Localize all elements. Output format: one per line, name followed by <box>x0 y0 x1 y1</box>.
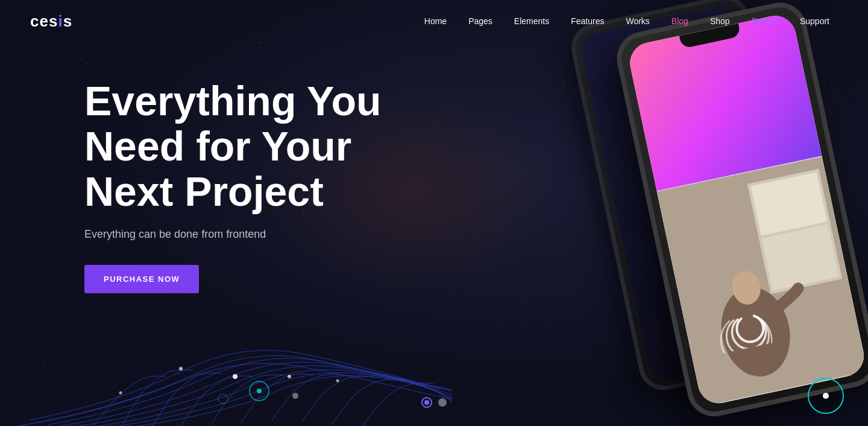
terrain-dot-small <box>292 393 298 399</box>
nav-link-home[interactable]: Home <box>416 11 455 31</box>
nav-link-elements[interactable]: Elements <box>506 11 558 31</box>
nav-link-demos[interactable]: Demos <box>743 11 787 31</box>
slider-dot-active-inner <box>424 400 429 405</box>
phone-screen-content <box>657 156 868 407</box>
slider-dots <box>421 397 447 408</box>
terrain-dot-5 <box>336 380 339 383</box>
nav-links: Home Pages Elements Features Works Blog … <box>416 16 838 27</box>
terrain-circle-center <box>257 389 262 393</box>
logo-text: cesis <box>30 12 72 31</box>
navigation: cesis Home Pages Elements Features Works… <box>0 0 868 42</box>
nav-link-shop[interactable]: Shop <box>702 11 738 31</box>
phone-content-svg <box>657 156 868 407</box>
terrain-decoration <box>0 293 452 426</box>
phone-cesis-logo <box>709 282 781 354</box>
slider-dot-active[interactable] <box>421 397 432 408</box>
nav-link-works[interactable]: Works <box>617 11 658 31</box>
nav-item-shop[interactable]: Shop <box>702 16 738 27</box>
terrain-dot-2 <box>179 367 183 370</box>
logo[interactable]: cesis <box>30 12 72 31</box>
terrain-circle-small-1 <box>218 394 228 404</box>
cesis-spiral-svg <box>709 282 781 354</box>
nav-item-pages[interactable]: Pages <box>460 16 501 27</box>
terrain-svg <box>0 293 452 426</box>
nav-link-support[interactable]: Support <box>791 11 838 31</box>
hero-content: Everything You Need for Your Next Projec… <box>84 78 446 293</box>
nav-item-works[interactable]: Works <box>617 16 658 27</box>
circle-indicator-dot <box>823 393 829 399</box>
nav-item-support[interactable]: Support <box>791 16 838 27</box>
slider-dot-inactive[interactable] <box>438 398 447 407</box>
nav-link-blog[interactable]: Blog <box>663 11 697 31</box>
circle-indicator <box>808 378 844 414</box>
nav-item-blog[interactable]: Blog <box>663 16 697 27</box>
logo-dot: i <box>58 12 63 30</box>
nav-item-demos[interactable]: Demos <box>743 16 787 27</box>
terrain-dot-1 <box>233 374 237 379</box>
hero-subtitle: Everything can be done from frontend <box>84 228 446 241</box>
purchase-now-button[interactable]: PURCHASE NOW <box>84 265 199 293</box>
nav-item-home[interactable]: Home <box>416 16 455 27</box>
nav-link-pages[interactable]: Pages <box>460 11 501 31</box>
nav-item-elements[interactable]: Elements <box>506 16 558 27</box>
terrain-dot-4 <box>119 392 122 395</box>
hero-title: Everything You Need for Your Next Projec… <box>84 78 446 214</box>
terrain-dot-3 <box>288 375 291 378</box>
nav-item-features[interactable]: Features <box>562 16 612 27</box>
nav-link-features[interactable]: Features <box>562 11 612 31</box>
